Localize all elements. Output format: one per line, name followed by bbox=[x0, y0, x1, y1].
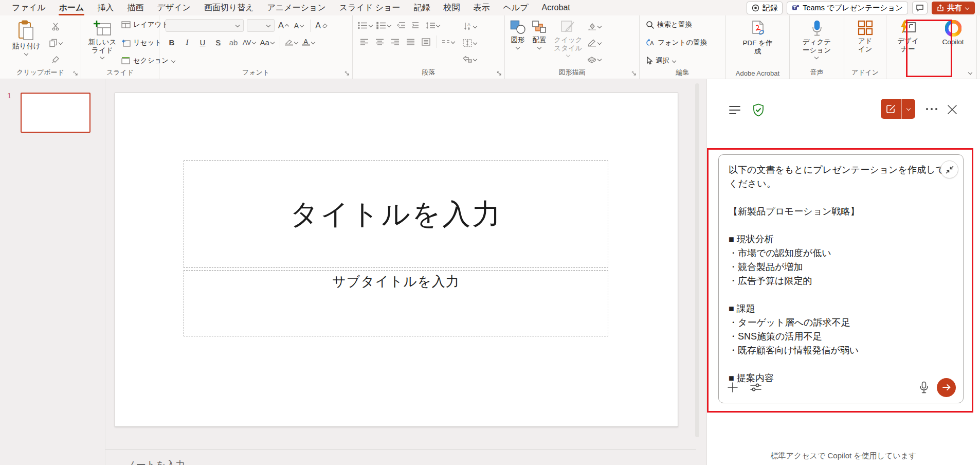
send-prompt-button[interactable] bbox=[937, 378, 956, 397]
paste-button[interactable]: 貼り付け bbox=[10, 19, 43, 57]
new-chat-dropdown-button[interactable] bbox=[901, 99, 915, 119]
strikethrough-button[interactable]: ab bbox=[227, 36, 240, 48]
tab-animations[interactable]: アニメーション bbox=[261, 0, 333, 15]
paragraph-dialog-launcher[interactable] bbox=[497, 71, 502, 77]
font-dialog-launcher[interactable] bbox=[344, 71, 350, 77]
copilot-panel: 以下の文書をもとにプレゼンテーションを作成して ください。 【新製品プロモーショ… bbox=[706, 79, 980, 465]
subtitle-placeholder[interactable]: サブタイトルを入力 bbox=[184, 270, 608, 336]
voice-input-button[interactable] bbox=[919, 381, 929, 394]
text-shadow-button[interactable]: S bbox=[212, 36, 224, 48]
copilot-button[interactable]: Copilot bbox=[940, 19, 966, 47]
clear-formatting-button[interactable]: A bbox=[315, 20, 328, 32]
convert-to-smartart-button[interactable] bbox=[463, 53, 478, 65]
arrange-button[interactable]: 配置 bbox=[530, 19, 549, 50]
align-text-button[interactable] bbox=[463, 37, 478, 49]
slide-workspace: タイトルを入力 サブタイトルを入力 ノートを入力 bbox=[105, 79, 696, 465]
italic-button[interactable]: I bbox=[181, 36, 193, 48]
designer-button[interactable]: デザイナー bbox=[895, 19, 921, 54]
copilot-menu-button[interactable] bbox=[729, 105, 741, 115]
new-chat-button[interactable] bbox=[881, 99, 901, 119]
new-slide-button[interactable]: 新しいスライド bbox=[85, 19, 119, 60]
shape-outline-button[interactable] bbox=[587, 37, 602, 49]
record-button[interactable]: 記録 bbox=[747, 2, 783, 14]
shapes-button[interactable]: 図形 bbox=[508, 19, 528, 50]
bold-button[interactable]: B bbox=[166, 36, 178, 48]
ribbon-group-clipboard: 貼り付け クリップボード bbox=[0, 15, 81, 79]
copilot-prompt-input[interactable]: 以下の文書をもとにプレゼンテーションを作成して ください。 【新製品プロモーショ… bbox=[718, 154, 964, 403]
tab-slideshow[interactable]: スライド ショー bbox=[333, 0, 407, 15]
grow-font-button[interactable]: A bbox=[278, 20, 290, 32]
slide-canvas[interactable]: タイトルを入力 サブタイトルを入力 bbox=[115, 93, 678, 427]
font-size-combo[interactable] bbox=[247, 19, 275, 32]
bullets-button[interactable] bbox=[358, 19, 373, 31]
notes-pane-divider[interactable] bbox=[105, 449, 696, 450]
slide-thumbnail-panel: 1 bbox=[0, 79, 105, 465]
dictation-button[interactable]: ディクテーション bbox=[798, 19, 836, 60]
tab-design[interactable]: デザイン bbox=[150, 0, 197, 15]
font-name-combo[interactable] bbox=[166, 19, 244, 32]
format-painter-button[interactable] bbox=[49, 53, 63, 65]
copy-button[interactable] bbox=[49, 37, 63, 49]
shape-fill-button[interactable] bbox=[587, 20, 602, 32]
compose-icon bbox=[886, 104, 896, 114]
shape-effects-button[interactable] bbox=[587, 53, 602, 65]
create-pdf-button[interactable]: PDF を作成 bbox=[740, 19, 775, 56]
addins-button[interactable]: アドイン bbox=[855, 19, 876, 54]
cut-button[interactable] bbox=[49, 20, 63, 32]
tab-help[interactable]: ヘルプ bbox=[496, 0, 535, 15]
font-color-button[interactable]: A bbox=[302, 36, 316, 48]
drawing-dialog-launcher[interactable] bbox=[631, 71, 637, 77]
new-chat-chevron bbox=[906, 107, 911, 111]
line-spacing-button[interactable] bbox=[426, 19, 441, 31]
clipboard-dialog-launcher[interactable] bbox=[73, 71, 79, 77]
close-panel-button[interactable] bbox=[947, 104, 958, 115]
shrink-font-button[interactable]: A bbox=[293, 20, 305, 32]
align-center-button[interactable] bbox=[373, 35, 386, 48]
share-button[interactable]: 共有 bbox=[932, 2, 975, 14]
prompt-options-button[interactable] bbox=[750, 382, 762, 392]
text-direction-button[interactable]: A bbox=[463, 20, 478, 32]
replace-fonts-button[interactable]: Aフォントの置換 bbox=[646, 38, 707, 47]
highlight-color-button[interactable] bbox=[285, 36, 299, 48]
new-slide-icon bbox=[93, 20, 112, 37]
collapse-input-button[interactable] bbox=[940, 160, 958, 178]
workspace-scrollbar[interactable] bbox=[695, 83, 699, 437]
justify-button[interactable] bbox=[404, 35, 416, 48]
tab-transitions[interactable]: 画面切り替え bbox=[197, 0, 261, 15]
comments-button[interactable] bbox=[912, 2, 928, 14]
columns-button[interactable] bbox=[442, 35, 456, 48]
character-spacing-button[interactable]: AV bbox=[243, 36, 257, 48]
align-right-button[interactable] bbox=[389, 35, 401, 48]
tab-insert[interactable]: 挿入 bbox=[90, 0, 120, 15]
change-case-button[interactable]: Aa bbox=[260, 36, 275, 48]
tab-draw[interactable]: 描画 bbox=[120, 0, 150, 15]
slide-thumbnail-1[interactable] bbox=[21, 93, 90, 133]
shape-effects-chevron bbox=[597, 58, 602, 61]
increase-indent-button[interactable] bbox=[410, 19, 423, 31]
tab-view[interactable]: 表示 bbox=[466, 0, 496, 15]
find-replace-button[interactable]: 検索と置換 bbox=[646, 20, 707, 29]
character-spacing-chevron bbox=[252, 41, 257, 44]
tab-record[interactable]: 記録 bbox=[407, 0, 437, 15]
align-left-button[interactable] bbox=[358, 35, 370, 48]
collapse-ribbon-chevron[interactable] bbox=[968, 67, 973, 77]
protected-shield-button[interactable] bbox=[752, 103, 765, 117]
decrease-indent-button[interactable] bbox=[395, 19, 407, 31]
quick-styles-button[interactable]: クイック スタイル bbox=[551, 19, 585, 58]
tab-file[interactable]: ファイル bbox=[5, 0, 52, 15]
tab-acrobat[interactable]: Acrobat bbox=[535, 0, 577, 15]
more-options-button[interactable] bbox=[925, 107, 938, 111]
underline-button[interactable]: U bbox=[196, 36, 209, 48]
ribbon-group-designer: デザイナー bbox=[886, 15, 930, 79]
highlight-color-chevron bbox=[294, 41, 299, 44]
add-content-button[interactable] bbox=[727, 382, 738, 393]
select-button[interactable]: 選択 bbox=[646, 56, 707, 65]
tab-home[interactable]: ホーム bbox=[52, 0, 91, 15]
tab-review[interactable]: 校閲 bbox=[437, 0, 466, 15]
notes-placeholder[interactable]: ノートを入力 bbox=[126, 458, 185, 465]
numbering-button[interactable] bbox=[376, 19, 392, 31]
ribbon-group-acrobat: PDF を作成 Adobe Acrobat bbox=[726, 15, 790, 79]
title-placeholder[interactable]: タイトルを入力 bbox=[184, 160, 608, 268]
present-in-teams-button[interactable]: T Teams でプレゼンテーション bbox=[787, 2, 908, 14]
distribute-text-button[interactable] bbox=[420, 35, 432, 48]
